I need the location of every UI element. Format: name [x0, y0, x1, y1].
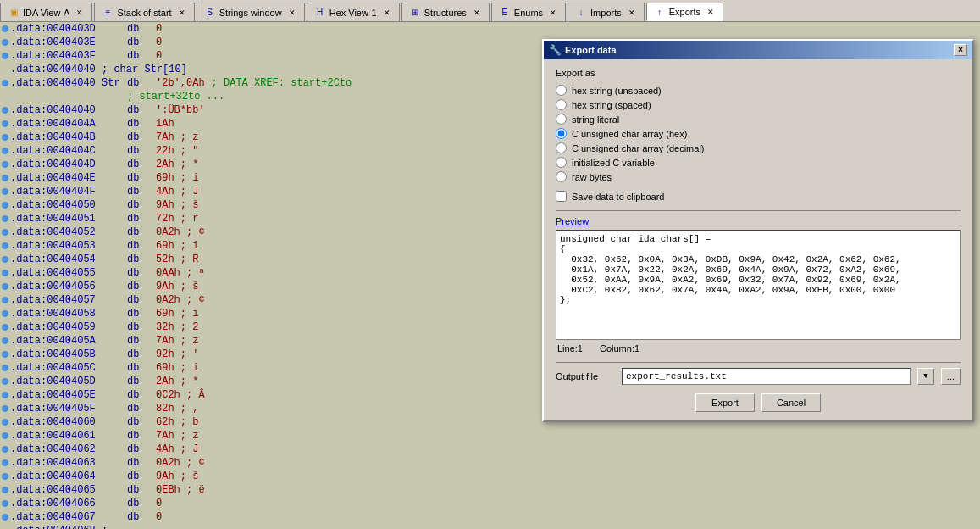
- breakpoint-dot: [2, 351, 8, 358]
- code-instruction: db: [127, 267, 152, 279]
- breakpoint-dot: [2, 487, 8, 493]
- radio-raw-bytes[interactable]: raw bytes: [556, 171, 961, 182]
- code-instruction: db: [127, 376, 152, 387]
- tab-stack-of-start[interactable]: ≡ Stack of start ✕: [94, 3, 194, 21]
- tab-structures[interactable]: ⊞ Structures ✕: [401, 3, 490, 21]
- code-line[interactable]: .data:00404066db0: [0, 497, 980, 510]
- divider-1: [556, 210, 961, 211]
- radio-initialized-c-input[interactable]: [556, 157, 567, 168]
- breakpoint-dot: [2, 256, 8, 263]
- code-address: .data:00404056: [10, 281, 120, 292]
- browse-button[interactable]: ...: [941, 368, 961, 385]
- radio-c-unsigned-decimal[interactable]: C unsigned char array (decimal): [556, 142, 961, 153]
- output-file-dropdown[interactable]: ▼: [917, 368, 934, 385]
- export-button[interactable]: Export: [695, 393, 755, 412]
- code-line[interactable]: .data:00404063db0A2h ; ¢: [0, 456, 980, 470]
- code-address: .data:00404067: [10, 511, 120, 523]
- code-address: .data:0040404B: [10, 131, 120, 143]
- radio-string-literal-input[interactable]: [556, 114, 567, 125]
- code-instruction: db: [127, 118, 152, 130]
- tab-close-enums[interactable]: ✕: [548, 8, 558, 18]
- breakpoint-dot: [2, 432, 8, 439]
- tab-close-hex-view-1[interactable]: ✕: [382, 8, 392, 18]
- breakpoint-dot: [2, 324, 8, 331]
- tab-label-ida-view-a: IDA View-A: [23, 8, 69, 18]
- code-address: .data:00404053: [10, 240, 120, 252]
- code-instruction: db: [127, 362, 152, 374]
- tab-exports[interactable]: ↑ Exports ✕: [646, 3, 723, 21]
- save-to-clipboard-item[interactable]: Save data to clipboard: [556, 191, 961, 202]
- code-instruction: db: [127, 430, 152, 442]
- code-line[interactable]: .data:00404062db4Ah ; J: [0, 443, 980, 456]
- stack-icon: ≡: [102, 7, 114, 19]
- code-address: .data:00404061: [10, 430, 120, 442]
- dialog-body: Export as hex string (unspaced) hex stri…: [544, 59, 972, 420]
- code-line[interactable]: .data:00404061db7Ah ; z: [0, 429, 980, 443]
- tab-enums[interactable]: E Enums ✕: [491, 3, 566, 21]
- divider-2: [556, 362, 961, 363]
- radio-initialized-c[interactable]: initialized C variable: [556, 157, 961, 168]
- tab-label-stack-of-start: Stack of start: [117, 8, 171, 18]
- radio-c-unsigned-decimal-input[interactable]: [556, 142, 567, 153]
- radio-c-unsigned-hex-label: C unsigned char array (hex): [572, 129, 687, 139]
- code-instruction: db: [127, 443, 152, 455]
- code-value: 4Ah ; J: [156, 186, 198, 198]
- code-address: .data:0040405D: [10, 376, 120, 387]
- cancel-button[interactable]: Cancel: [761, 393, 821, 412]
- radio-hex-spaced-label: hex string (spaced): [572, 100, 651, 110]
- radio-c-unsigned-hex-input[interactable]: [556, 128, 567, 139]
- tab-close-imports[interactable]: ✕: [627, 8, 637, 18]
- radio-string-literal[interactable]: string literal: [556, 114, 961, 125]
- code-instruction: db: [127, 226, 152, 238]
- radio-hex-spaced[interactable]: hex string (spaced): [556, 99, 961, 110]
- radio-hex-unspaced[interactable]: hex string (unspaced): [556, 85, 961, 96]
- breakpoint-dot: [2, 459, 8, 466]
- radio-c-unsigned-hex[interactable]: C unsigned char array (hex): [556, 128, 961, 139]
- tab-ida-view-a[interactable]: ▣ IDA View-A ✕: [0, 3, 92, 21]
- code-address: .data:0040403F: [10, 50, 120, 62]
- tab-close-structures[interactable]: ✕: [472, 8, 482, 18]
- code-instruction: db: [127, 389, 152, 401]
- output-file-input[interactable]: [622, 368, 911, 385]
- code-line[interactable]: .data:00404065db0EBh ; ë: [0, 483, 980, 497]
- code-instruction: db: [127, 131, 152, 143]
- code-value: 52h ; R: [156, 253, 198, 265]
- code-value: 69h ; i: [156, 172, 198, 184]
- code-address: .data:0040404F: [10, 186, 120, 198]
- breakpoint-dot: [2, 175, 8, 181]
- code-address: .data:00404052: [10, 226, 120, 238]
- code-value: 7Ah ; z: [156, 335, 198, 347]
- radio-raw-bytes-input[interactable]: [556, 171, 567, 182]
- radio-hex-spaced-input[interactable]: [556, 99, 567, 110]
- tab-close-exports[interactable]: ✕: [706, 7, 716, 17]
- code-line[interactable]: .data:0040403Ddb0: [0, 22, 980, 36]
- code-address: .data:0040405A: [10, 335, 120, 347]
- tab-strings-window[interactable]: S Strings window ✕: [197, 3, 305, 21]
- dialog-close-button[interactable]: ×: [954, 44, 967, 56]
- code-address: .data:00404060: [10, 416, 120, 428]
- code-instruction: db: [127, 172, 152, 184]
- code-address: .data:00404050: [10, 199, 120, 211]
- code-instruction: db: [127, 159, 152, 170]
- code-address: .data:00404040 ; char Str[10]: [10, 64, 187, 75]
- tab-close-stack-of-start[interactable]: ✕: [177, 8, 187, 18]
- code-instruction: db: [127, 145, 152, 157]
- breakpoint-dot: [2, 202, 8, 209]
- status-column: Column:1: [600, 343, 639, 354]
- code-instruction: db: [127, 240, 152, 252]
- tab-label-exports: Exports: [669, 7, 700, 17]
- tab-imports[interactable]: ↓ Imports ✕: [568, 3, 645, 21]
- dialog-titlebar: 🔧 Export data ×: [544, 41, 972, 59]
- tab-close-ida-view-a[interactable]: ✕: [75, 8, 85, 18]
- radio-hex-unspaced-input[interactable]: [556, 85, 567, 96]
- preview-box[interactable]: unsigned char ida_chars[] = { 0x32, 0x62…: [556, 230, 961, 340]
- code-value: 0: [156, 511, 181, 523]
- code-line[interactable]: .data:00404064db9Ah ; š: [0, 470, 980, 483]
- save-to-clipboard-checkbox[interactable]: [556, 191, 567, 202]
- code-instruction: db: [127, 77, 152, 89]
- breakpoint-dot: [2, 365, 8, 371]
- tab-hex-view-1[interactable]: H Hex View-1 ✕: [307, 3, 400, 21]
- code-line[interactable]: .data:00404068 ;: [0, 524, 980, 529]
- tab-close-strings-window[interactable]: ✕: [287, 8, 297, 18]
- code-line[interactable]: .data:00404067db0: [0, 510, 980, 524]
